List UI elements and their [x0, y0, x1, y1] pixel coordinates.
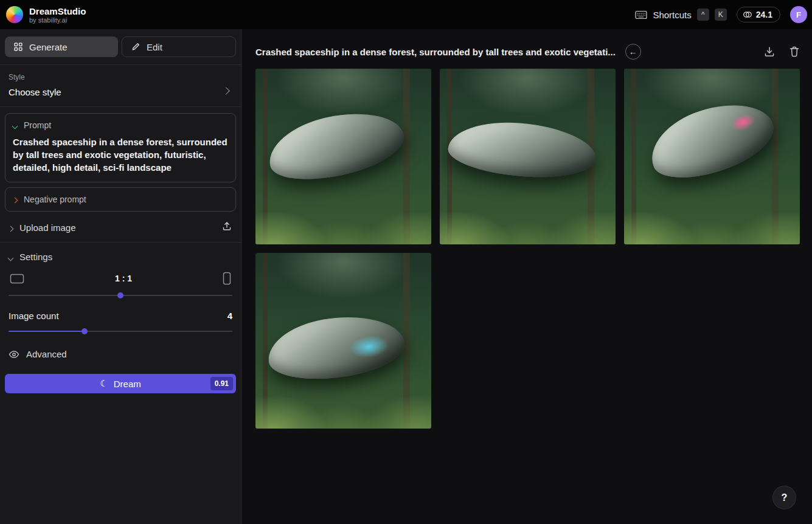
credits-button[interactable]: 24.1 [737, 7, 780, 22]
settings-section-header[interactable]: Settings [0, 243, 241, 266]
chevron-right-icon [223, 85, 229, 96]
slider-thumb[interactable] [82, 328, 88, 334]
shortcuts-button[interactable]: Shortcuts ^ K [635, 9, 726, 21]
generation-title: Crashed spaceship in a dense forest, sur… [255, 47, 616, 57]
slider-thumb[interactable] [117, 292, 123, 298]
key-badge-caret: ^ [697, 9, 709, 21]
aspect-ratio-value: 1 : 1 [115, 274, 132, 283]
image-count-label: Image count [9, 311, 59, 321]
credits-value: 24.1 [756, 10, 772, 19]
key-badge-k: K [715, 9, 727, 21]
prompt-section-header[interactable]: Prompt [13, 120, 228, 130]
upload-icon[interactable] [221, 221, 232, 232]
tab-edit[interactable]: Edit [122, 36, 236, 57]
negative-prompt-header[interactable]: Negative prompt [13, 195, 228, 204]
style-selector[interactable]: Style Choose style [0, 65, 241, 107]
generation-actions [763, 46, 800, 58]
brand: DreamStudio by stability.ai [6, 6, 86, 24]
generated-image[interactable] [440, 69, 616, 244]
eye-icon [9, 350, 19, 359]
aspect-ratio-row: 1 : 1 [0, 266, 241, 285]
chevron-right-icon [9, 222, 13, 233]
pencil-icon [131, 42, 141, 52]
tab-edit-label: Edit [147, 42, 162, 52]
mode-tabs: Generate Edit [0, 29, 241, 65]
negative-prompt-label: Negative prompt [24, 195, 86, 204]
dream-button[interactable]: ☾ Dream 0.91 [5, 374, 236, 393]
help-button[interactable]: ? [773, 486, 796, 509]
style-value: Choose style [9, 87, 232, 97]
arrow-left-icon: ← [629, 47, 637, 57]
app-body: Generate Edit Style Choose style Prompt [0, 29, 812, 524]
generated-image[interactable] [255, 253, 431, 429]
advanced-label: Advanced [26, 349, 67, 359]
dream-cost-badge: 0.91 [210, 377, 233, 390]
delete-button[interactable] [789, 46, 800, 58]
generation-header: Crashed spaceship in a dense forest, sur… [241, 29, 812, 60]
grid-icon [13, 42, 23, 52]
slider-fill [9, 331, 85, 332]
prompt-input[interactable]: Crashed spaceship in a dense forest, sur… [13, 136, 228, 174]
chevron-right-icon [13, 195, 17, 204]
topbar: DreamStudio by stability.ai Shortcuts ^ … [0, 0, 812, 29]
coins-icon [743, 10, 752, 19]
image-count-value: 4 [227, 311, 232, 321]
landscape-icon [10, 274, 24, 284]
upload-image-label: Upload image [19, 222, 76, 233]
app-name: DreamStudio [29, 6, 86, 16]
generated-image-grid [241, 60, 812, 429]
keyboard-icon [635, 10, 647, 19]
portrait-icon [223, 272, 231, 285]
main-content: Crashed spaceship in a dense forest, sur… [241, 29, 812, 524]
chevron-down-icon [9, 252, 13, 262]
style-label: Style [9, 73, 232, 81]
upload-image-section[interactable]: Upload image [0, 213, 241, 243]
aspect-ratio-slider[interactable] [9, 295, 232, 296]
sidebar: Generate Edit Style Choose style Prompt [0, 29, 241, 524]
prompt-section: Prompt Crashed spaceship in a dense fore… [5, 113, 236, 182]
tab-generate-label: Generate [29, 42, 68, 52]
download-button[interactable] [763, 46, 776, 58]
advanced-section[interactable]: Advanced [0, 332, 241, 359]
chevron-down-icon [13, 120, 17, 130]
generated-image[interactable] [255, 69, 431, 244]
shortcuts-label: Shortcuts [653, 10, 691, 20]
moon-icon: ☾ [100, 378, 108, 389]
settings-label: Settings [19, 252, 52, 262]
image-count-slider[interactable] [9, 331, 232, 332]
tab-generate[interactable]: Generate [5, 36, 118, 57]
dreamstudio-logo-icon[interactable] [6, 6, 23, 23]
negative-prompt-section[interactable]: Negative prompt [5, 187, 236, 212]
app-subtitle: by stability.ai [29, 16, 86, 24]
generated-image[interactable] [624, 69, 800, 244]
image-count-row: Image count 4 [0, 296, 241, 321]
prompt-label: Prompt [24, 120, 51, 130]
avatar[interactable]: F [790, 6, 807, 23]
topbar-right: Shortcuts ^ K 24.1 F [635, 6, 807, 23]
reuse-prompt-button[interactable]: ← [625, 44, 641, 60]
dream-button-label: Dream [114, 379, 141, 389]
brand-text: DreamStudio by stability.ai [29, 6, 86, 24]
